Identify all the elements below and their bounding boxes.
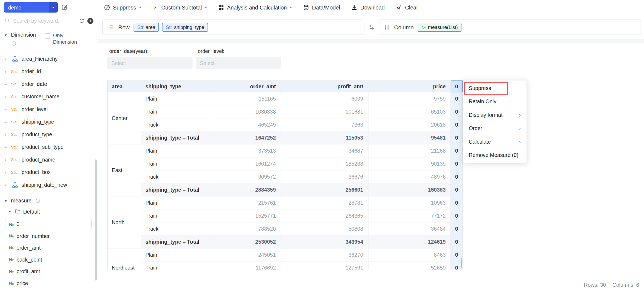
broom-icon (396, 4, 402, 11)
toolbar-label: Custom Subtotal (161, 4, 202, 11)
sidebar-item-order-level[interactable]: ▸Str.order_level (0, 103, 98, 116)
column-header-area[interactable]: area (108, 81, 141, 92)
sidebar-item-customer-name[interactable]: ▸Str.customer_name (0, 90, 98, 103)
shelf-pill-shipping-type[interactable]: Strshipping_type (162, 23, 208, 32)
shipping-type-cell: Plain (141, 248, 209, 261)
menu-item-remove-measure-0[interactable]: Remove Measure (0) (463, 149, 526, 162)
search-icon (5, 18, 10, 24)
sidebar-item-order-id[interactable]: ▸Str.order_id (0, 65, 98, 78)
sidebar-item-shipping-date-new[interactable]: ▸shipping_date_new (0, 179, 98, 191)
toolbar-custom-subtotal[interactable]: ΣCustom Subtotal▾ (152, 4, 207, 11)
value-cell: 1647252 (209, 131, 281, 144)
edit-icon[interactable] (61, 4, 68, 11)
table-row: Train1176692127591526590 (108, 261, 463, 270)
toolbar-clear[interactable]: Clear (396, 4, 418, 11)
only-dimension-label: Only Dimension (53, 32, 77, 45)
chevron-down-icon[interactable]: ▾ (5, 199, 9, 203)
table-scrollbar[interactable] (461, 258, 462, 268)
value-cell: 2884359 (209, 183, 281, 196)
filter-select[interactable]: Select (107, 57, 193, 69)
add-icon[interactable]: + (87, 18, 94, 24)
only-dimension-toggle[interactable]: Only Dimension (45, 32, 77, 48)
app: demo ▾ + ▾ Dimension Only (0, 0, 644, 290)
menu-item-calculate[interactable]: Calculate› (463, 135, 526, 149)
chevron-right-icon[interactable]: ▸ (5, 170, 9, 174)
column-header-price[interactable]: price (368, 81, 451, 92)
column-header-profit-amt[interactable]: profit_amt (281, 81, 368, 92)
measure-item-back-point[interactable]: №back_point (5, 254, 92, 265)
sidebar-item-product-sub-type[interactable]: ▸Str.product_sub_type (0, 141, 98, 153)
toolbar-data-model[interactable]: Data/Model (303, 4, 340, 11)
chevron-right-icon[interactable]: ▸ (5, 95, 9, 99)
search-input[interactable] (13, 18, 76, 24)
dimension-label: product_type (22, 131, 52, 138)
row-shelf-label: Row (118, 24, 130, 31)
measure-label: order_number (17, 233, 50, 239)
sidebar-item-shipping-type[interactable]: ▸Str.shipping_type (0, 115, 98, 128)
menu-item-retain-only[interactable]: Retain Only (463, 95, 526, 108)
chevron-right-icon[interactable]: ▸ (5, 107, 9, 111)
measure-0-cell: 0 (451, 222, 463, 235)
menu-item-suppress[interactable]: Suppress (463, 81, 526, 95)
select-placeholder: Select (111, 60, 126, 66)
measure-0-cell: 0 (451, 105, 463, 118)
column-header-0[interactable]: 0 (451, 81, 463, 92)
shelf-pill-area[interactable]: Strarea (134, 23, 159, 32)
value-cell: 7363 (281, 118, 368, 131)
sidebar-item-area-hierarchy[interactable]: ▸area_Hierarchy (0, 53, 98, 65)
svg-text:Σ: Σ (154, 4, 157, 10)
toolbar-download[interactable]: Download (352, 4, 385, 11)
value-cell: 34687 (281, 144, 368, 157)
measure-0-cell: 0 (451, 157, 463, 170)
chevron-down-icon[interactable]: ▾ (5, 33, 9, 37)
shelf-row: Row StrareaStrshipping_type Column №meas… (98, 15, 644, 39)
chevron-right-icon[interactable]: ▸ (5, 157, 9, 162)
column-header-order-amt[interactable]: order_amt (209, 81, 281, 92)
toolbar-analysis-and-calculation[interactable]: Analysis and Calculation▾ (218, 4, 292, 11)
measure-0-cell: 0 (451, 183, 463, 196)
chevron-right-icon[interactable]: ▸ (5, 145, 9, 149)
table-row: EastPlain37351334687212680 (108, 144, 463, 157)
value-cell: 52659 (368, 261, 451, 270)
sidebar-item-order-date[interactable]: ▸Str.order_date (0, 78, 98, 91)
measure-item-order-amt[interactable]: №order_amt (5, 242, 92, 253)
dataset-selector[interactable]: demo ▾ (4, 2, 58, 13)
string-type-icon: Str (137, 24, 144, 30)
column-header-shipping-type[interactable]: shipping_type (141, 81, 209, 92)
status-bar: Rows: 30 Columns: 6 (584, 282, 639, 288)
table-header-row: areashipping_typeorder_amtprofit_amtpric… (108, 81, 463, 92)
chevron-right-icon[interactable]: ▸ (5, 132, 9, 136)
toolbar-suppress[interactable]: Suppress▾ (104, 4, 141, 11)
sidebar-item-product-name[interactable]: ▸Str.product_name (0, 153, 98, 166)
only-dimension-checkbox[interactable] (45, 33, 50, 39)
chevron-right-icon[interactable]: ▸ (5, 120, 9, 124)
shipping-type-cell: Truck (141, 118, 209, 131)
swap-axes-icon[interactable] (369, 24, 375, 31)
measure-item-0[interactable]: №0 (5, 219, 92, 229)
menu-item-display-format[interactable]: Display format› (463, 108, 526, 122)
string-type-icon: Str. (11, 94, 19, 99)
menu-item-label: Suppress (469, 85, 491, 91)
table-row: NortheastPlain2450513627084630 (108, 248, 463, 261)
shelf-pill-measure-list[interactable]: №measure(List) (418, 23, 461, 32)
value-cell: 90139 (368, 157, 451, 170)
measure-item-price[interactable]: №price (5, 278, 92, 288)
dimension-label: shipping_date_new (22, 182, 67, 188)
sidebar-scrollbar[interactable] (95, 159, 97, 281)
filter-select[interactable]: Select (196, 57, 281, 69)
toolbar-label: Analysis and Calculation (227, 4, 287, 11)
measure-item-profit-amt[interactable]: №profit_amt (5, 266, 92, 276)
measure-label: 0 (17, 221, 19, 227)
refresh-icon[interactable] (79, 18, 84, 24)
chevron-right-icon[interactable]: ▸ (5, 183, 9, 187)
measure-item-order-number[interactable]: №order_number (5, 231, 92, 241)
sidebar-item-product-box[interactable]: ▸Str.product_box (0, 166, 98, 179)
dimension-label: shipping_type (22, 119, 54, 125)
value-cell: 36270 (281, 248, 368, 261)
chevron-right-icon[interactable]: ▸ (5, 69, 9, 73)
menu-item-order[interactable]: Order› (463, 122, 526, 135)
sidebar-item-product-type[interactable]: ▸Str.product_type (0, 128, 98, 141)
measure-folder[interactable]: ▾ Default (0, 205, 98, 218)
chevron-right-icon[interactable]: ▸ (5, 57, 9, 61)
chevron-right-icon[interactable]: ▸ (5, 82, 9, 86)
